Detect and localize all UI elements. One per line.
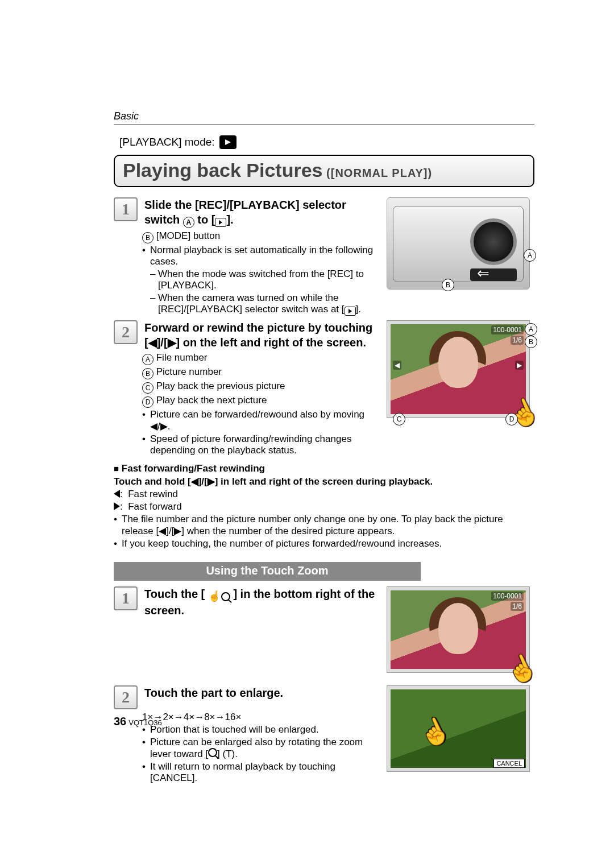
legend-d2-text: Play back the next picture: [156, 395, 267, 406]
right-triangle-icon: [114, 502, 120, 510]
step1-text-a: Slide the [REC]/[PLAYBACK] selector swit…: [144, 199, 346, 226]
playback-icon: [345, 307, 356, 316]
file-number-overlay: 100-0001: [491, 325, 524, 334]
step2-bullet-1: Picture can be forwarded/rewound also by…: [142, 409, 375, 432]
finger-icon: ☝: [208, 590, 221, 603]
doc-id: VQT1Q36: [128, 718, 162, 727]
section-touch-zoom: Using the Touch Zoom: [114, 562, 421, 581]
tz2-bullet-1: Portion that is touched will be enlarged…: [142, 724, 375, 735]
legend-b2: B Picture number: [142, 366, 375, 379]
illus2-callout-b: B: [525, 336, 537, 348]
ff-bullet-1: The file number and the picture number o…: [114, 514, 534, 537]
photo-face: [438, 603, 478, 654]
ff-bullet-2: If you keep touching, the number of pict…: [114, 538, 534, 549]
fast-rewind-line: : Fast rewind: [114, 489, 534, 500]
title-main: Playing back Pictures: [123, 159, 323, 181]
legend-c2: C Play back the previous picture: [142, 381, 375, 394]
square-bullet-icon: ■: [114, 464, 119, 473]
step2-bullet-2: Speed of picture forwarding/rewinding ch…: [142, 433, 375, 456]
touch-zoom-illustration-1: 100-0001 1/6 ☝: [387, 586, 530, 673]
step-1-badge: 1: [114, 197, 138, 221]
page-footer: 36VQT1Q36: [114, 715, 162, 728]
legend-b2-text: Picture number: [156, 366, 222, 377]
playback-mode-icon: [219, 135, 237, 149]
next-arrow-icon: ▶: [515, 361, 524, 370]
callout-d2-icon: D: [142, 396, 154, 408]
callout-b-icon: B: [142, 232, 154, 243]
playback-icon: [215, 218, 226, 227]
legend-c2-text: Play back the previous picture: [156, 381, 285, 391]
photo-face: [438, 337, 478, 388]
title-sub: ([NORMAL PLAY]): [323, 167, 433, 179]
illus2-callout-a: A: [525, 323, 537, 336]
fast-forward-text: Fast forward: [128, 501, 181, 512]
picture-count-overlay: 1/6: [511, 602, 524, 611]
camera-illustration: ⇐ A B: [387, 197, 530, 290]
fast-rewind-text: Fast rewind: [128, 489, 178, 499]
legend-b-text: [MODE] button: [154, 230, 220, 241]
picture-count-overlay: 1/6: [511, 336, 524, 345]
camera-lens: [470, 218, 517, 265]
tz2-bullet-2: Picture can be enlarged also by rotating…: [142, 737, 375, 760]
ff-instruction: Touch and hold [◀]/[▶] in left and right…: [114, 476, 433, 487]
step-2-heading: Forward or rewind the picture by touchin…: [144, 320, 375, 350]
touch-zoom-illustration-2: ☝ CANCEL: [387, 685, 530, 772]
touch-zoom-icon: ☝: [208, 590, 230, 603]
tz1-text-a: Touch the [: [144, 588, 208, 600]
tz-step-1-badge: 1: [114, 586, 138, 610]
tz-step-1-heading: Touch the [ ☝ ] in the bottom right of t…: [144, 586, 375, 618]
tz-step-2-badge: 2: [114, 685, 138, 709]
step1-dash-2b: ].: [356, 304, 361, 315]
step1-dash-2: When the camera was turned on while the …: [150, 292, 375, 316]
breadcrumb: Basic: [114, 110, 534, 122]
legend-a2-text: File number: [156, 352, 208, 363]
fast-forward-line: : Fast forward: [114, 501, 534, 512]
legend-b: B [MODE] button: [142, 230, 375, 243]
magnifier-icon: [208, 748, 217, 757]
step1-dash-2a: When the camera was turned on while the …: [158, 292, 345, 315]
illus2-callout-c: C: [393, 413, 405, 425]
callout-a2-icon: A: [142, 354, 154, 365]
switch-arrow-icon: ⇐: [477, 264, 489, 282]
legend-d2: D Play back the next picture: [142, 395, 375, 408]
page-title: Playing back Pictures ([NORMAL PLAY]): [114, 155, 534, 187]
left-triangle-icon: [114, 490, 120, 498]
step1-dash-1: When the mode was switched from the [REC…: [150, 268, 375, 291]
tz2-bullet-3: It will return to normal playback by tou…: [142, 761, 375, 784]
divider: [114, 125, 534, 125]
illus-callout-a: A: [524, 249, 536, 262]
step1-bullet-1: Normal playback is set automatically in …: [142, 245, 375, 267]
magnifier-icon: [221, 592, 230, 601]
playback-screen-illustration: 100-0001 1/6 ◀ ▶ ☝ A B C D: [387, 320, 530, 418]
callout-c2-icon: C: [142, 382, 154, 394]
page-number: 36: [114, 715, 126, 728]
illus-callout-b: B: [442, 279, 454, 291]
legend-a2: A File number: [142, 352, 375, 365]
callout-a-icon: A: [183, 217, 194, 228]
mode-label: [PLAYBACK] mode:: [119, 136, 215, 148]
tz2-b2a: Picture can be enlarged also by rotating…: [150, 737, 363, 759]
svg-marker-0: [225, 139, 231, 145]
file-number-overlay: 100-0001: [491, 592, 524, 601]
ff-title: Fast forwarding/Fast rewinding: [122, 463, 265, 474]
cancel-button-label: CANCEL: [493, 759, 525, 768]
tz-step-2-heading: Touch the part to enlarge.: [144, 685, 283, 709]
zoom-sequence: 1×→2×→4×→8×→16×: [142, 712, 375, 723]
prev-arrow-icon: ◀: [393, 361, 401, 370]
callout-b2-icon: B: [142, 368, 154, 379]
step-1-heading: Slide the [REC]/[PLAYBACK] selector swit…: [144, 197, 375, 228]
illus2-callout-d: D: [505, 413, 518, 425]
step1-text-b: to [: [194, 213, 215, 226]
tz2-b2b: ] (T).: [217, 749, 238, 759]
step-2-badge: 2: [114, 320, 138, 344]
step1-text-c: ].: [226, 213, 233, 226]
